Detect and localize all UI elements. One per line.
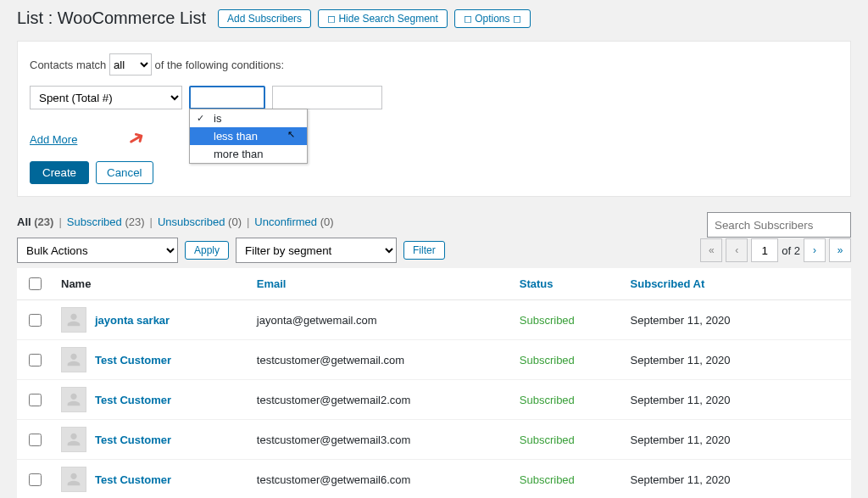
match-type-select[interactable]: all (109, 53, 152, 76)
status-badge: Subscribed (520, 473, 575, 486)
subscriber-email: testcustomer@getwemail3.com (248, 420, 511, 460)
subscribed-at: September 11, 2020 (622, 420, 851, 460)
avatar (61, 307, 86, 333)
page-next-button[interactable]: › (804, 238, 826, 262)
filter-unsubscribed[interactable]: Unsubscribed (0) (158, 215, 242, 228)
apply-button[interactable]: Apply (185, 241, 229, 260)
col-email[interactable]: Email (248, 268, 511, 300)
avatar (61, 387, 86, 412)
create-button[interactable]: Create (30, 161, 89, 184)
dropdown-option-is[interactable]: ✓is (190, 109, 307, 127)
subscriber-email: testcustomer@getwemail6.com (248, 460, 511, 499)
col-name[interactable]: Name (53, 268, 248, 300)
avatar (61, 467, 86, 492)
search-subscribers-input[interactable] (707, 212, 851, 238)
row-checkbox[interactable] (29, 473, 42, 486)
page-last-button[interactable]: » (829, 238, 851, 262)
status-badge: Subscribed (520, 394, 575, 406)
condition-operator-select[interactable] (189, 86, 265, 109)
table-row: Test Customertestcustomer@getwemail3.com… (17, 420, 851, 460)
page-prev-button[interactable]: ‹ (726, 238, 748, 262)
table-row: Test Customertestcustomer@getwemail.comS… (17, 340, 851, 380)
subscriber-email: testcustomer@getwemail.com (248, 340, 511, 380)
condition-value-input[interactable] (272, 86, 382, 109)
options-button[interactable]: ◻ Options ◻ (454, 9, 531, 28)
add-more-link[interactable]: Add More (30, 133, 77, 146)
select-all-checkbox[interactable] (29, 277, 42, 290)
status-filter-bar: All (23) | Subscribed (23) | Unsubscribe… (17, 215, 334, 228)
col-status[interactable]: Status (511, 268, 622, 300)
row-checkbox[interactable] (29, 314, 42, 327)
add-subscribers-button[interactable]: Add Subscribers (218, 9, 311, 28)
subscribers-table: Name Email Status Subscribed At jayonta … (17, 268, 851, 498)
segment-panel: Contacts match all of the following cond… (17, 41, 851, 197)
avatar (61, 347, 86, 372)
contacts-match-label-post: of the following conditions: (155, 59, 284, 71)
filter-subscribed[interactable]: Subscribed (23) (67, 215, 145, 228)
col-subscribed-at[interactable]: Subscribed At (622, 268, 851, 300)
pagination: « ‹ of 2 › » (700, 238, 851, 262)
subscriber-email: jayonta@getwemail.com (248, 300, 511, 340)
subscribed-at: September 11, 2020 (622, 460, 851, 499)
avatar (61, 427, 86, 452)
table-row: Test Customertestcustomer@getwemail6.com… (17, 460, 851, 499)
condition-field-select[interactable]: Spent (Total #) (30, 86, 182, 109)
subscribed-at: September 11, 2020 (622, 380, 851, 420)
page-total-label: of 2 (782, 244, 800, 257)
bulk-actions-select[interactable]: Bulk Actions (17, 238, 178, 263)
page-title: List : WooCommerce List (17, 8, 206, 28)
operator-dropdown: ✓is less than↖ more than (189, 109, 308, 164)
cancel-button[interactable]: Cancel (96, 161, 153, 184)
filter-all[interactable]: All (23) (17, 215, 53, 228)
dropdown-option-less-than[interactable]: less than↖ (190, 127, 307, 145)
filter-button[interactable]: Filter (403, 241, 445, 260)
filter-segment-select[interactable]: Filter by segment (236, 238, 397, 263)
subscriber-name-link[interactable]: Test Customer (95, 434, 171, 446)
row-checkbox[interactable] (29, 394, 42, 406)
subscribed-at: September 11, 2020 (622, 340, 851, 380)
status-badge: Subscribed (520, 354, 575, 367)
subscriber-name-link[interactable]: Test Customer (95, 394, 171, 406)
hide-search-segment-button[interactable]: ◻ Hide Search Segment (318, 9, 448, 28)
subscribed-at: September 11, 2020 (622, 300, 851, 340)
row-checkbox[interactable] (29, 354, 42, 367)
page-first-button[interactable]: « (700, 238, 722, 262)
subscriber-name-link[interactable]: jayonta sarkar (95, 314, 170, 327)
dropdown-option-more-than[interactable]: more than (190, 145, 307, 163)
status-badge: Subscribed (520, 434, 575, 446)
status-badge: Subscribed (520, 314, 575, 327)
row-checkbox[interactable] (29, 434, 42, 446)
filter-unconfirmed[interactable]: Unconfirmed (0) (254, 215, 333, 228)
page-current-input[interactable] (751, 238, 778, 262)
subscriber-name-link[interactable]: Test Customer (95, 354, 171, 367)
table-row: Test Customertestcustomer@getwemail2.com… (17, 380, 851, 420)
cursor-icon: ↖ (287, 129, 295, 140)
contacts-match-label-pre: Contacts match (30, 59, 106, 71)
subscriber-email: testcustomer@getwemail2.com (248, 380, 511, 420)
subscriber-name-link[interactable]: Test Customer (95, 473, 171, 486)
table-row: jayonta sarkarjayonta@getwemail.comSubsc… (17, 300, 851, 340)
